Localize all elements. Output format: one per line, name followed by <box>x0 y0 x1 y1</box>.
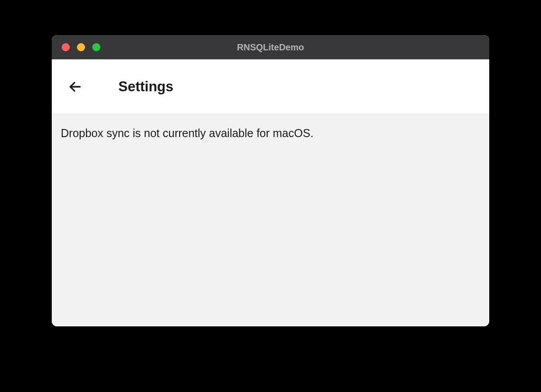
page-title: Settings <box>118 79 173 95</box>
traffic-lights <box>52 43 100 51</box>
maximize-window-button[interactable] <box>92 43 100 51</box>
window-title: RNSQLiteDemo <box>237 42 304 53</box>
close-window-button[interactable] <box>62 43 70 51</box>
back-button[interactable] <box>65 77 85 97</box>
content-area: Dropbox sync is not currently available … <box>52 114 489 326</box>
titlebar: RNSQLiteDemo <box>52 35 489 59</box>
page-header: Settings <box>52 59 489 114</box>
minimize-window-button[interactable] <box>77 43 85 51</box>
app-window: RNSQLiteDemo Settings Dropbox sync is no… <box>52 35 489 326</box>
arrow-left-icon <box>68 80 82 94</box>
status-message: Dropbox sync is not currently available … <box>61 127 480 140</box>
